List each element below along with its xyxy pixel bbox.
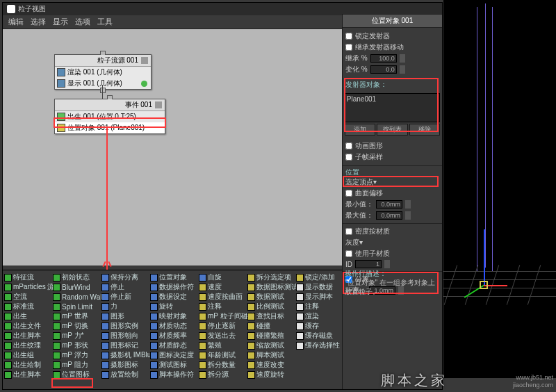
depot-op[interactable]: 数据操作符 [150, 282, 199, 292]
depot-op[interactable]: 材质静态 [150, 341, 199, 350]
check-anim-shape[interactable]: 动画图形 [345, 141, 439, 151]
depot-op[interactable]: 繁殖 [199, 341, 247, 350]
depot-op[interactable]: 拆分源 [199, 370, 247, 379]
depot-op[interactable]: 位置对象 [150, 272, 199, 282]
node-header[interactable]: 粒子流源 001 [55, 55, 151, 67]
spinner-arrows-icon[interactable] [384, 260, 390, 268]
depot-op[interactable]: 显示脚本 [296, 292, 345, 302]
menu-item-display[interactable]: 显示 [53, 17, 68, 27]
depot-op[interactable]: 出生纹理 [4, 341, 53, 350]
depot-op[interactable]: 脚本操作符 [150, 370, 199, 379]
depot-op[interactable]: 数据设定 [150, 292, 199, 302]
check-subframe-sampling[interactable]: 子帧采样 [345, 152, 439, 162]
spinner-value[interactable]: 0.0mm [376, 211, 402, 220]
depot-op[interactable]: mP 粒子间碰撞 [199, 311, 247, 321]
node-header[interactable]: 事件 001 [55, 99, 165, 111]
depot-op[interactable]: 空流 [4, 292, 53, 302]
depot-op[interactable]: 出生组 [4, 350, 53, 360]
depot-op[interactable]: 停止 [101, 282, 150, 292]
spinner-variation[interactable]: 变化 %0.0 [345, 65, 439, 74]
depot-op[interactable]: 放置绘制 [101, 370, 150, 379]
rollout-header-main[interactable]: 位置对象 001 [343, 14, 442, 28]
check-use-submat[interactable]: 使用子材质 [345, 249, 439, 259]
depot-op[interactable]: 拆分数量 [199, 360, 247, 370]
checkbox-icon[interactable] [345, 190, 352, 197]
depot-op[interactable]: 材质动态 [150, 321, 199, 331]
depot-op[interactable]: 出生 [4, 311, 53, 321]
spinner-arrows-icon[interactable] [400, 54, 405, 63]
depot-op[interactable]: 特征流 [4, 272, 53, 282]
depot-op[interactable]: 注释 [296, 302, 345, 311]
node-pf-source[interactable]: 粒子流源 001 渲染 001 (几何体) 显示 001 (几何体) [54, 54, 152, 90]
check-inherit-move[interactable]: 继承发射器移动 [345, 42, 439, 52]
depot-op[interactable]: BlurWind [53, 282, 101, 292]
depot-op[interactable]: mP 切换 [53, 321, 101, 331]
spinner-arrows-icon[interactable] [405, 211, 411, 220]
spinner-value[interactable]: 100.0 [370, 54, 397, 63]
gizmo-center-icon[interactable] [480, 281, 488, 289]
depot-op[interactable]: 年龄测试 [199, 350, 247, 360]
depot-op[interactable]: 力 [101, 302, 150, 311]
depot-op[interactable]: 比例测试 [247, 302, 296, 311]
spinner-inherit-pct[interactable]: 继承 %100.0 [345, 54, 439, 63]
node-row-render[interactable]: 渲染 001 (几何体) [55, 67, 151, 78]
spinner-value[interactable]: 1 [355, 260, 382, 268]
depot-op[interactable]: 出生脚本 [4, 331, 53, 341]
axis-z-icon[interactable] [484, 229, 485, 285]
depot-op[interactable]: 碰撞 [247, 321, 296, 331]
menu-item-options[interactable]: 选项 [75, 17, 90, 27]
checkbox-icon[interactable] [345, 228, 352, 235]
depot-op[interactable]: mP 阻力 [53, 360, 101, 370]
checkbox-icon[interactable] [345, 154, 352, 161]
depot-op[interactable]: mP 力* [53, 331, 101, 341]
checkbox-icon[interactable] [345, 250, 352, 257]
depot-op[interactable]: 自旋 [199, 272, 247, 282]
depot-op[interactable]: 映射对象 [150, 311, 199, 321]
depot-op[interactable]: 数据图标测试 [247, 282, 296, 292]
node-port-out[interactable] [100, 88, 106, 93]
depot-op[interactable]: mP 形状 [53, 341, 101, 350]
depot-op[interactable]: 数据测试 [247, 292, 296, 302]
check-lock-emitter[interactable]: 锁定发射器 [345, 31, 439, 41]
depot-op[interactable]: 渲染 [296, 311, 345, 321]
spinner-arrows-icon[interactable] [405, 200, 411, 209]
viewport-3d[interactable] [443, 0, 556, 378]
spinner-max[interactable]: 最大值：0.0mm [345, 211, 439, 220]
checkbox-icon[interactable] [345, 33, 352, 40]
depot-op[interactable]: 出生绘制 [4, 360, 53, 370]
depot-op[interactable]: 摄影图标 [101, 360, 150, 370]
depot-op[interactable]: 速度 [199, 282, 247, 292]
depot-op[interactable]: 速度旋转 [247, 370, 296, 379]
node-event[interactable]: 事件 001 出生 001 (位置 0 T:25) 位置对象 001 (Plan… [54, 99, 165, 134]
depot-op[interactable]: mP 世界 [53, 311, 101, 321]
depot-op[interactable]: 缓存磁盘 [296, 331, 345, 341]
depot-op[interactable]: 查找目标 [247, 311, 296, 321]
depot-op[interactable]: 缩放测试 [247, 341, 296, 350]
spinner-arrows-icon[interactable] [400, 65, 405, 74]
depot-op[interactable]: mP 浮力 [53, 350, 101, 360]
depot-op[interactable]: 图形 [101, 311, 150, 321]
depot-op[interactable]: 图标决定度 [150, 350, 199, 360]
depot-op[interactable]: 锁定/添加 [296, 272, 345, 282]
depot-op[interactable]: 停止逐新 [199, 321, 247, 331]
spinner-value[interactable]: 0.0mm [376, 200, 402, 209]
rollup-icon[interactable] [155, 101, 162, 108]
checkbox-icon[interactable] [345, 142, 352, 149]
depot-op[interactable]: 保持分离 [101, 272, 150, 282]
depot-op[interactable]: 出生脚本 [4, 370, 53, 379]
depot-op[interactable]: 测试图标 [150, 360, 199, 370]
select-density[interactable]: 灰度▾ [345, 238, 439, 247]
spinner-value[interactable]: 0.0 [370, 65, 397, 74]
spinner-mat-id[interactable]: ID1 [345, 260, 439, 268]
depot-op[interactable]: 初始状态 [53, 272, 101, 282]
depot-op[interactable]: Spin Limit [53, 302, 101, 311]
depot-op[interactable]: 旋转 [150, 302, 199, 311]
depot-op[interactable]: 碰撞繁殖 [247, 331, 296, 341]
menu-item-select[interactable]: 选择 [31, 17, 46, 27]
depot-op[interactable]: 缓存 [296, 321, 345, 331]
depot-op[interactable]: 图形标记 [101, 341, 150, 350]
depot-op[interactable]: 速度改变 [247, 360, 296, 370]
depot-op[interactable]: 发送出去 [199, 331, 247, 341]
depot-op[interactable]: 脚本测试 [247, 350, 296, 360]
depot-op[interactable]: 缓存选择性 [296, 341, 345, 350]
